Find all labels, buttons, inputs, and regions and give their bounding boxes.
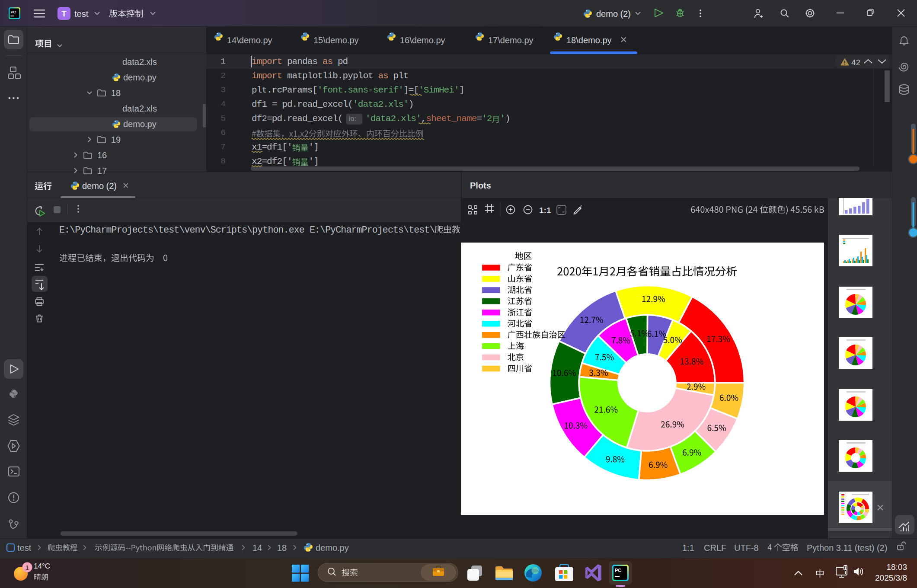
- svg-text:T: T: [61, 9, 67, 18]
- svg-text:PC: PC: [11, 10, 16, 14]
- svg-text:1: 1: [26, 564, 29, 571]
- svg-text:PC: PC: [615, 568, 621, 573]
